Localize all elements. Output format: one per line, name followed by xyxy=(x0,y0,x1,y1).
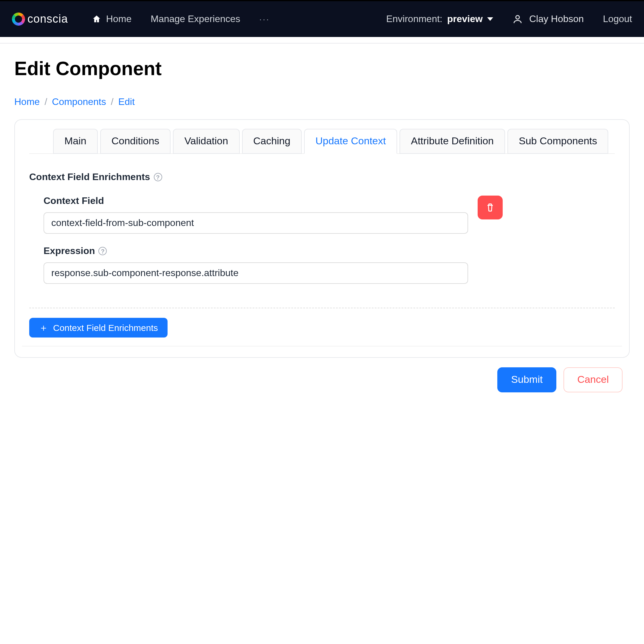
breadcrumb-sep: / xyxy=(111,97,114,107)
tab-attribute-definition[interactable]: Attribute Definition xyxy=(400,129,505,154)
footer-actions: Submit Cancel xyxy=(14,367,623,392)
nav-more-label: ··· xyxy=(259,14,270,24)
user-menu[interactable]: Clay Hobson xyxy=(513,14,584,24)
expression-input[interactable] xyxy=(44,262,468,284)
trash-icon xyxy=(485,202,496,213)
delete-button[interactable] xyxy=(478,196,503,219)
help-icon[interactable]: ? xyxy=(99,247,107,255)
tabs-bar: Main Conditions Validation Caching Updat… xyxy=(29,128,615,154)
svg-point-0 xyxy=(516,16,520,19)
panel-divider xyxy=(22,346,622,346)
plus-icon: ＋ xyxy=(39,323,48,332)
cancel-button[interactable]: Cancel xyxy=(563,367,623,392)
logo-ring-icon xyxy=(12,13,25,26)
enrichment-row: Context Field Expression ? xyxy=(22,196,622,296)
tab-validation[interactable]: Validation xyxy=(173,129,239,154)
submit-button[interactable]: Submit xyxy=(497,367,556,392)
tab-main[interactable]: Main xyxy=(53,129,98,154)
form-panel: Main Conditions Validation Caching Updat… xyxy=(14,119,630,358)
user-name: Clay Hobson xyxy=(529,14,584,24)
breadcrumb-edit[interactable]: Edit xyxy=(118,97,135,107)
tab-caching[interactable]: Caching xyxy=(242,129,302,154)
expression-label: Expression ? xyxy=(44,246,615,256)
tab-sub-components[interactable]: Sub Components xyxy=(507,129,609,154)
help-icon[interactable]: ? xyxy=(154,173,162,181)
divider xyxy=(29,308,615,308)
nav-right: Environment: preview Clay Hobson Logout xyxy=(386,14,632,24)
section-title: Context Field Enrichments ? xyxy=(29,172,622,182)
section-title-text: Context Field Enrichments xyxy=(29,172,150,182)
nav-home-label: Home xyxy=(106,14,131,24)
brand-logo[interactable]: conscia xyxy=(12,13,68,26)
tab-conditions[interactable]: Conditions xyxy=(100,129,171,154)
home-icon xyxy=(92,14,101,24)
breadcrumb-components[interactable]: Components xyxy=(52,97,106,107)
logout-link[interactable]: Logout xyxy=(603,14,632,24)
nav-manage-experiences[interactable]: Manage Experiences xyxy=(151,14,240,24)
environment-label: Environment: xyxy=(386,14,442,24)
environment-value: preview xyxy=(447,14,483,24)
page-title: Edit Component xyxy=(14,58,630,80)
tab-update-context[interactable]: Update Context xyxy=(304,129,397,154)
brand-text: conscia xyxy=(27,13,68,26)
page-body: Edit Component Home / Components / Edit … xyxy=(0,43,644,416)
breadcrumb-sep: / xyxy=(44,97,47,107)
context-field-label: Context Field xyxy=(44,196,615,206)
breadcrumb-home[interactable]: Home xyxy=(14,97,40,107)
expression-label-text: Expression xyxy=(44,246,95,256)
tabs: Main Conditions Validation Caching Updat… xyxy=(53,128,615,153)
add-enrichment-button[interactable]: ＋ Context Field Enrichments xyxy=(29,318,168,338)
nav-more[interactable]: ··· xyxy=(259,14,270,24)
logout-label: Logout xyxy=(603,14,632,24)
context-field-label-text: Context Field xyxy=(44,196,104,206)
navbar: conscia Home Manage Experiences ··· Envi… xyxy=(0,0,644,37)
context-field-input[interactable] xyxy=(44,212,468,234)
nav-home[interactable]: Home xyxy=(92,14,131,24)
breadcrumb: Home / Components / Edit xyxy=(14,97,630,107)
nav-left: Home Manage Experiences ··· xyxy=(92,14,270,24)
nav-manage-label: Manage Experiences xyxy=(151,14,240,24)
caret-down-icon xyxy=(487,17,493,21)
add-enrichment-label: Context Field Enrichments xyxy=(53,323,158,333)
environment-selector[interactable]: Environment: preview xyxy=(386,14,493,24)
user-icon xyxy=(513,14,523,24)
